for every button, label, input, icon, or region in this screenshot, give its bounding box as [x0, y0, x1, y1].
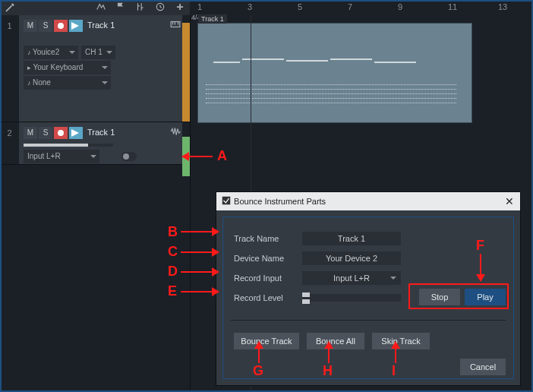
midi-clip[interactable]: Track 1 — [197, 23, 472, 123]
record-arm-button[interactable] — [54, 127, 68, 139]
monitor-toggle[interactable] — [121, 152, 137, 161]
bounce-dialog: Bounce Instrument Parts ✕ Track Name Tra… — [216, 191, 521, 386]
chevron-down-icon — [102, 66, 108, 69]
volume-slider[interactable] — [24, 144, 113, 147]
wrench-icon[interactable] — [5, 2, 15, 14]
dialog-row-device-name: Device Name Your Device 2 — [234, 251, 401, 266]
tool-tune-icon[interactable] — [135, 2, 146, 14]
track-name-label[interactable]: Track 1 — [87, 128, 115, 137]
play-button[interactable]: Play — [465, 289, 506, 305]
record-level-meter — [302, 294, 401, 302]
chevron-down-icon — [102, 81, 108, 84]
midi-input-field[interactable]: ▸ Your Keyboard — [24, 61, 111, 74]
chevron-down-icon — [90, 155, 96, 158]
dialog-row-record-level: Record Level — [234, 290, 401, 305]
dialog-title: Bounce Instrument Parts — [234, 197, 326, 206]
track-row-2[interactable]: 2 M S Track 1 Input L+R — [0, 122, 190, 165]
channel-field[interactable]: CH 1 — [81, 46, 115, 59]
bounce-track-button[interactable]: Bounce Track — [234, 333, 299, 349]
clip-label: Track 1 — [198, 14, 227, 24]
track-row-1[interactable]: 1 M S Track 1 ♪ Youice2 CH 1 ▸ Your Keyb… — [0, 15, 190, 122]
dialog-row-record-input: Record Input Input L+R — [234, 270, 401, 286]
svg-rect-5 — [222, 197, 231, 205]
track-name-value: Track 1 — [302, 232, 401, 245]
chevron-down-icon — [390, 277, 396, 280]
annotation-label: A — [217, 148, 227, 164]
timeline-ruler[interactable]: 1 3 5 7 9 11 13 4/4 — [190, 0, 533, 23]
chevron-down-icon — [69, 51, 75, 54]
close-icon[interactable]: ✕ — [503, 195, 516, 207]
dialog-titlebar[interactable]: Bounce Instrument Parts ✕ — [216, 192, 520, 210]
tool-time-icon[interactable] — [155, 2, 166, 14]
device-name-value: Your Device 2 — [302, 251, 401, 265]
midi-output-field[interactable]: ♪ None — [24, 76, 111, 90]
record-input-select[interactable]: Input L+R — [302, 271, 401, 285]
cancel-button[interactable]: Cancel — [460, 359, 506, 375]
solo-button[interactable]: S — [39, 127, 52, 139]
audio-input-field[interactable]: Input L+R — [24, 150, 99, 163]
tool-draw-icon[interactable] — [96, 2, 106, 14]
instrument-field[interactable]: ♪ Youice2 — [24, 46, 78, 59]
monitor-button[interactable] — [69, 127, 83, 139]
stop-button[interactable]: Stop — [419, 289, 460, 305]
track-color-stripe — [182, 137, 190, 176]
piano-icon[interactable] — [170, 20, 181, 31]
svg-rect-4 — [178, 22, 178, 25]
skip-track-button[interactable]: Skip Track — [372, 333, 430, 349]
monitor-button[interactable] — [69, 20, 83, 32]
chevron-down-icon — [106, 51, 112, 54]
record-arm-button[interactable] — [54, 20, 68, 32]
tool-flag-icon[interactable] — [115, 2, 126, 14]
svg-rect-3 — [175, 22, 175, 25]
waveform-icon[interactable] — [170, 127, 181, 138]
ruler-numbers: 1 3 5 7 9 11 13 — [190, 2, 533, 13]
track-list-panel: 1 M S Track 1 ♪ Youice2 CH 1 ▸ Your Keyb… — [0, 15, 191, 392]
dialog-row-track-name: Track Name Track 1 — [234, 231, 401, 246]
mute-button[interactable]: M — [24, 127, 37, 139]
track-number: 1 — [0, 15, 20, 36]
bounce-all-button[interactable]: Bounce All — [307, 333, 364, 349]
svg-rect-2 — [172, 22, 173, 25]
track-name-label[interactable]: Track 1 — [87, 21, 115, 30]
mute-button[interactable]: M — [24, 20, 37, 32]
solo-button[interactable]: S — [39, 20, 52, 32]
tool-add-icon[interactable] — [175, 2, 185, 14]
track-color-stripe — [182, 23, 190, 122]
track-number: 2 — [0, 122, 20, 144]
